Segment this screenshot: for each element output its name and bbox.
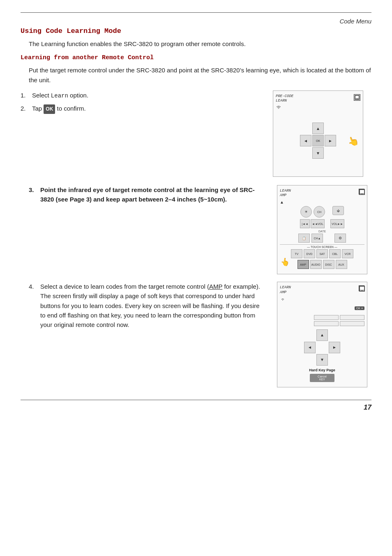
spacer3 [325, 234, 333, 243]
diag3-dpad-empty-4 [329, 354, 340, 366]
page-header: Code Menu [21, 18, 371, 25]
step-3-area: 3. Point the infrared eye of target remo… [29, 185, 371, 274]
step-1-text: Select Learn option. [32, 90, 88, 101]
btn-aux: AUX [336, 260, 347, 269]
diag2-row-3: 📋 CH▲ ⚙ [280, 234, 364, 243]
btn-power: ⏻ [332, 206, 344, 215]
svg-rect-11 [362, 290, 364, 291]
step-1: 1. Select Learn option. [21, 90, 256, 101]
diag1-icon [354, 94, 360, 101]
diag2-icon [359, 189, 364, 195]
intro-text: The Learning function enables the SRC-38… [29, 39, 371, 49]
svg-rect-5 [360, 190, 364, 193]
btn-cbl: CBL [329, 249, 341, 258]
diag3-icon [359, 285, 364, 291]
svg-rect-2 [355, 99, 357, 99]
diagram-1: PRE-CODELEARN ▲ [273, 90, 363, 177]
svg-rect-3 [357, 99, 359, 99]
top-rule [21, 12, 371, 13]
diag2-title: LEARNAMP [280, 189, 291, 198]
step-3-left: 3. Point the infrared eye of target remo… [29, 185, 273, 208]
dpad-empty-1 [300, 123, 311, 134]
diag3-dpad-right: ► [329, 342, 340, 353]
step-2-text: Tap OK to confirm. [32, 104, 86, 114]
diag3-slot-1 [314, 315, 339, 320]
diag3-slot-row-1 [280, 315, 364, 320]
diag2-arrow: ▲ [280, 200, 364, 204]
dpad-empty-3 [300, 147, 311, 159]
dpad-empty-4 [325, 147, 336, 159]
diag3-dpad-empty-3 [304, 354, 316, 366]
hardkey-label: Hard Key Page [280, 368, 364, 372]
section-title: Using Code Learning Mode [21, 27, 371, 35]
step-4-num: 4. [29, 282, 40, 291]
header-label: Code Menu [339, 18, 371, 25]
diagram-2: LEARNAMP ▲ ☀ CH ⏻ |◄◄ ◄◄VOL [277, 185, 367, 274]
diagram-1-col: PRE-CODELEARN ▲ [265, 90, 371, 177]
diag2-row-1: ☀ CH ⏻ [280, 206, 364, 218]
btn-ch: CH [314, 206, 325, 218]
dpad-up: ▲ [312, 123, 324, 134]
diag3-dpad: ▲ ◄ ► ▼ [304, 329, 340, 366]
step-2: 2. Tap OK to confirm. [21, 104, 256, 114]
btn-ch2: CH▲ [311, 234, 323, 243]
diag3-wifi [280, 297, 364, 302]
step-3-text: Point the infrared eye of target remote … [40, 185, 266, 204]
diag2-row-2: |◄◄ ◄◄VOL VOL►► [280, 219, 364, 228]
step-3-num: 3. [29, 185, 40, 195]
dpad-left: ◄ [300, 135, 311, 146]
step-2-num: 2. [21, 104, 32, 113]
diag1-dpad: ▲ ◄ OK ► ▼ [300, 123, 336, 159]
diag3-slot-3 [314, 321, 339, 326]
diag2-row-amp: AMP AUDIO DISC AUX [280, 260, 364, 269]
dpad-right: ► [325, 135, 336, 146]
steps-1-2-area: 1. Select Learn option. 2. Tap OK to con… [21, 90, 371, 177]
page-number-text: 17 [364, 403, 371, 411]
diag3-slot-row-2 [280, 321, 364, 326]
dpad-ok: OK [312, 135, 324, 146]
touch-screen-label: — TOUCH SCREEN — [280, 244, 364, 248]
btn-settings: ⚙ [334, 234, 346, 243]
page-container: Code Menu Using Code Learning Mode The L… [0, 0, 392, 556]
svg-rect-9 [360, 287, 364, 290]
svg-rect-6 [360, 194, 362, 194]
diag3-slot-2 [340, 315, 364, 320]
diag3-dpad-up: ▲ [316, 329, 328, 341]
svg-rect-10 [360, 290, 362, 291]
diag3-title: LEARNAMP [280, 285, 291, 295]
diag3-header: LEARNAMP [280, 285, 364, 295]
page-number: 17 [21, 403, 371, 412]
step-3: 3. Point the infrared eye of target remo… [29, 185, 266, 204]
diag1-header: PRE-CODELEARN [276, 94, 360, 104]
diag3-ok-btn: OK ≡ [355, 306, 364, 310]
subsection-title: Learning from another Remote Control [21, 54, 371, 61]
svg-rect-1 [355, 96, 359, 98]
btn-tv: TV [291, 249, 302, 258]
btn-dvd: DVD [304, 249, 315, 258]
step-4-left: 4. Select a device to learn codes from t… [29, 282, 273, 333]
amp-text: AMP [209, 283, 222, 290]
hardkey-cancel-btn: CancelKEY [310, 374, 334, 382]
step-4-area: 4. Select a device to learn codes from t… [29, 282, 371, 387]
diagram-3: LEARNAMP OK ≡ [277, 282, 367, 387]
steps-1-2-left: 1. Select Learn option. 2. Tap OK to con… [21, 90, 265, 117]
btn-vcr: VCR [342, 249, 353, 258]
step-4-text: Select a device to learn codes from the … [40, 282, 266, 329]
dpad-empty-2 [325, 123, 336, 134]
hand-pointer-1: 👆 [346, 134, 360, 148]
diagram-2-col: LEARNAMP ▲ ☀ CH ⏻ |◄◄ ◄◄VOL [273, 185, 371, 274]
diag2-header: LEARNAMP [280, 189, 364, 198]
dpad-down: ▼ [312, 147, 324, 159]
btn-date: 📋 [298, 234, 310, 243]
diag3-dpad-left: ◄ [304, 342, 316, 353]
btn-amp: AMP [297, 260, 309, 269]
btn-vol-down: ◄◄VOL [311, 219, 325, 228]
btn-prev: |◄◄ [300, 219, 310, 228]
diag3-dpad-empty-2 [329, 329, 340, 341]
diagram-3-col: LEARNAMP OK ≡ [273, 282, 371, 387]
diag3-dpad-empty-1 [304, 329, 316, 341]
diag1-wifi [276, 105, 281, 110]
hand-pointer-2: 👆 [280, 257, 290, 267]
svg-rect-7 [362, 194, 364, 194]
diag3-slots [280, 315, 364, 326]
